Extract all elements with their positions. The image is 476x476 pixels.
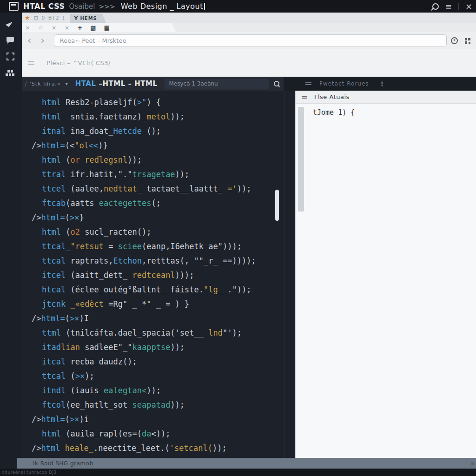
- chat-icon[interactable]: [7, 37, 14, 42]
- add-tab-icon[interactable]: +: [77, 24, 82, 31]
- close-window-icon[interactable]: ×: [465, 1, 472, 11]
- editor-tabs[interactable]: –HTML – HTML: [99, 79, 157, 88]
- close-tab-icon[interactable]: ×: [64, 24, 69, 31]
- browser-chrome: ★ ⊟ 0 B(2 ( Y HEMS ×☆××+▩▦ ‹ › Reea~ Pee…: [22, 13, 476, 77]
- app-title: HTAL CSS: [23, 2, 65, 11]
- app-logo-icon: [9, 2, 19, 11]
- code-line: />html=(<"ol<<)}: [22, 139, 295, 153]
- menu-bars-icon[interactable]: [305, 82, 311, 83]
- list-icon: [28, 61, 34, 62]
- code-line: itadlian sadleeE"_"kaapptse));: [22, 340, 295, 355]
- code-line: html (auila_rapl(es=(da<));: [22, 427, 295, 441]
- address-text: Reea~ Peet – Mrsktee: [60, 37, 126, 44]
- preview-scrollbar[interactable]: [298, 107, 304, 212]
- preview-panel: Flse Atuais tJome 1) {: [295, 91, 476, 458]
- titlebar-divider: [458, 3, 459, 10]
- code-line: itcel (aaitt_dett_ redtceanl)));: [22, 268, 295, 283]
- title-bar: HTAL CSS Osaibel >>> Web Design _ Layout…: [0, 0, 476, 13]
- info-text: Plésci – ^VElr( CS3/: [46, 60, 111, 66]
- code-line: html (o2 sucl_racten();: [22, 225, 295, 239]
- active-tab[interactable]: Y HEMS: [70, 14, 101, 23]
- document-title: Web Design _ Layout: [121, 2, 203, 11]
- preview-panel-subheader: Flse Atuais: [296, 91, 476, 104]
- editor-scrollbar[interactable]: [275, 190, 279, 221]
- editor-tab-bar: / 'Stk Idra,» ▾ HTAL –HTML – HTML Mesycà…: [22, 77, 476, 91]
- bookmark-icons: ⊟ 0 B(2 (: [34, 15, 66, 21]
- history-icon[interactable]: [451, 37, 458, 44]
- code-line: ttcal_"retsut = sciee(eanp,I6ehetk ae"))…: [22, 239, 295, 254]
- app-title-subtext: Osaibel: [69, 2, 95, 11]
- text-cursor: [204, 3, 205, 10]
- chevron-down-icon[interactable]: ▾: [66, 81, 68, 86]
- code-line: itndl (iauis ealegtan<));: [22, 383, 295, 398]
- activity-sidebar: [0, 13, 22, 469]
- stamp-icon[interactable]: ▦: [104, 24, 110, 31]
- preview-panel-subtitle: Flse Atuais: [314, 93, 350, 100]
- code-line: ttral ifr.hatit,"."trsagetae));: [22, 167, 295, 182]
- code-line: ttcal raptrats,Etchon,retttas(, ""_r_ ==…: [22, 254, 295, 268]
- code-line: html sntia.faettanz)_metol));: [22, 110, 295, 124]
- code-line: />html heale_.neectite_leet.('setcanl())…: [22, 441, 295, 456]
- code-editor[interactable]: html Resb2-plaseljf(>") {html sntia.faet…: [22, 91, 295, 458]
- code-line: ttcel (aalee,nedttat_ tactaet__laattt_ =…: [22, 182, 295, 196]
- code-line: htcal (éclee_outég°ßaltnt_ fáiste."lg_ .…: [22, 283, 295, 297]
- editor-search-text: Mesycà 1 3aeànu: [169, 80, 218, 87]
- close-tab-icon[interactable]: ×: [52, 24, 57, 31]
- preview-panel-header: Fwetact Rorues ⋮: [284, 77, 476, 91]
- back-button[interactable]: ‹: [27, 36, 31, 46]
- status-bar: Ik Roid SHG gramob b: [17, 458, 476, 469]
- menu-bars-icon[interactable]: [302, 96, 307, 97]
- blocks-icon[interactable]: [7, 70, 10, 73]
- editor-search-input[interactable]: Mesycà 1 3aeànu: [165, 79, 269, 89]
- code-line: />html=(>×}: [22, 211, 295, 225]
- breadcrumb-separator: >>>: [99, 3, 115, 10]
- search-icon[interactable]: [274, 81, 279, 86]
- stamp-icon[interactable]: ▩: [90, 24, 96, 31]
- code-line: ttcal (>×);: [22, 369, 295, 383]
- editor-tab-active[interactable]: HTAL: [75, 79, 96, 88]
- code-line: ftcab(aatts eactegettes(;: [22, 196, 295, 211]
- code-line: itnal ina_doat_Hetcde ();: [22, 124, 295, 139]
- code-line: jtcnk _«edèct =Rg" _ *" _ = ) }: [22, 297, 295, 311]
- forward-button[interactable]: ›: [40, 36, 44, 46]
- close-tab-icon[interactable]: ×: [25, 24, 30, 31]
- editor-breadcrumb: 'Stk Idra,»: [30, 81, 61, 87]
- code-line: itcal recba_daudz();: [22, 355, 295, 369]
- tab-controls: ×☆××+▩▦: [22, 23, 170, 32]
- footer-bar: ddureénal tuhracop DJ3: [0, 469, 476, 476]
- status-text: Ik Roid SHG gramob: [33, 460, 93, 467]
- code-line: html (or redlegsnl));: [22, 153, 295, 167]
- grid-icon[interactable]: [465, 38, 470, 44]
- preview-content: tJome 1) {: [313, 108, 355, 117]
- preview-panel-title: Fwetact Rorues: [319, 80, 369, 87]
- bookmark-row: ★ ⊟ 0 B(2 ( Y HEMS: [22, 13, 476, 23]
- status-right-text: b: [471, 461, 474, 466]
- filter-icon: Y: [74, 15, 78, 21]
- send-icon[interactable]: [6, 20, 13, 27]
- star-outline-icon[interactable]: ☆: [38, 24, 44, 31]
- search-icon[interactable]: [432, 3, 439, 10]
- kebab-menu-icon[interactable]: ⋮: [379, 80, 385, 87]
- code-line: />html=(>×)i: [22, 412, 295, 427]
- menu-icon[interactable]: ≡: [445, 2, 452, 11]
- favorite-star-icon[interactable]: ★: [25, 14, 30, 21]
- selection-icon[interactable]: [7, 53, 14, 60]
- code-line: ttml (tnilcáfta.dael_spacia('set__ lnd"'…: [22, 326, 295, 340]
- tab-label: HEMS: [80, 16, 97, 21]
- code-line: html Resb2-plaseljf(>") {: [22, 95, 295, 110]
- navigation-row: ‹ › Reea~ Peet – Mrsktee: [22, 32, 476, 49]
- address-bar[interactable]: Reea~ Peet – Mrsktee: [54, 34, 447, 47]
- code-lines: html Resb2-plaseljf(>") {html sntia.faet…: [22, 95, 295, 456]
- info-row: Plésci – ^VElr( CS3/: [22, 49, 476, 77]
- footer-text: ddureénal tuhracop DJ3: [2, 470, 57, 475]
- path-slash: /: [25, 80, 27, 87]
- code-line: />html=(>×)I: [22, 311, 295, 326]
- code-line: ftcol(ee_hatlt_sot seapatad));: [22, 398, 295, 412]
